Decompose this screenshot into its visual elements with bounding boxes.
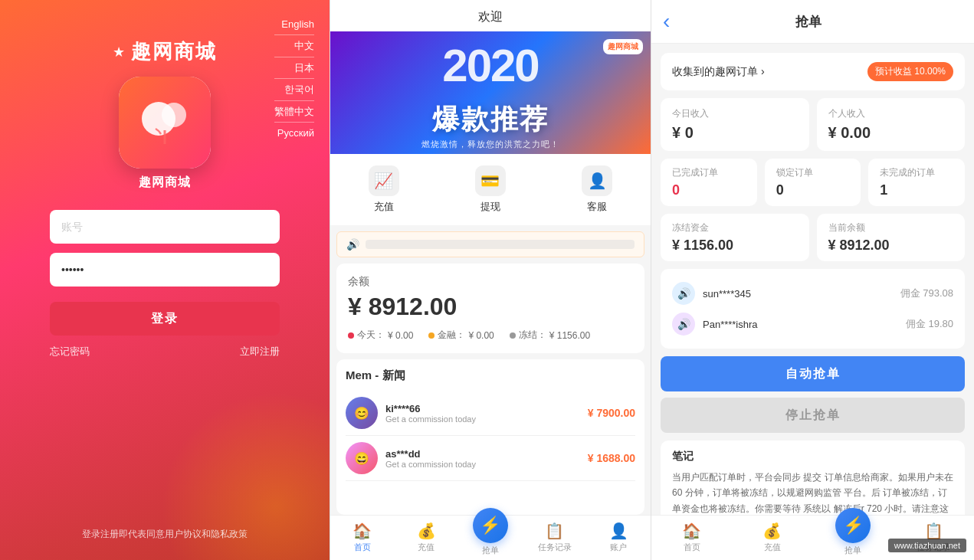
completed-stat: 已完成订单 0 [661,159,757,206]
news-info-2: as***dd Get a commission today [385,448,580,469]
notice-bar: 🔊 [336,231,644,257]
action-recharge[interactable]: 📈 充值 [369,165,399,214]
user-activity: 🔊 sun****345 佣金 793.08 🔊 Pan****ishra 佣金… [661,269,965,349]
balance-card: 余额 ¥ 8912.00 今天： ¥ 0.00 金融： ¥ 0.00 冻结： ¥… [336,264,644,353]
news-username-1: ki****66 [385,403,580,414]
nav-recharge[interactable]: 💰 充值 [395,522,459,556]
banner-main-text: 爆款推荐 [432,101,549,139]
locked-value: 0 [776,182,850,198]
current-balance-value: ¥ 8912.00 [828,237,954,254]
personal-income-value: ¥ 0.00 [828,124,954,142]
balance-amount: ¥ 8912.00 [348,293,633,321]
order-bottom-nav: 🏠 首页 💰 充值 ⚡ 抢单 📋 任务记录 [651,515,974,560]
username-input[interactable] [50,210,280,244]
lang-korean[interactable]: 한국어 [274,80,314,98]
lang-chinese[interactable]: 中文 [274,37,314,54]
recharge-icon: 📈 [369,165,399,196]
news-desc-2: Get a commission today [385,460,580,469]
activity-amount-1: 佣金 793.08 [900,287,953,300]
stop-button[interactable]: 停止抢单 [661,398,965,433]
home-panel: 欢迎 2020 爆款推荐 燃烧激情，释放您的洪荒之力吧！ 趣网商城 📈 充值 💳… [330,0,651,560]
login-button[interactable]: 登录 [50,302,280,336]
brand-title: 趣网商城 [131,38,217,65]
order-nav-grab-btn[interactable]: ⚡ [835,508,871,543]
news-amount-1: ¥ 7900.00 [588,407,635,419]
password-input[interactable] [50,253,280,287]
news-item-1: 😊 ki****66 Get a commission today ¥ 7900… [346,391,635,436]
frozen-tag: 冻结： ¥ 1156.00 [510,329,590,342]
nav-home[interactable]: 🏠 首页 [330,522,395,556]
collect-link[interactable]: 收集到的趣网订单 › [672,65,765,79]
app-icon [119,77,211,169]
personal-income-card: 个人收入 ¥ 0.00 [817,98,966,151]
lang-russian[interactable]: Русский [274,124,314,142]
order-nav-recharge-label: 充值 [764,542,781,553]
today-label: 今天： [357,329,385,342]
nav-tasks[interactable]: 📋 任务记录 [523,522,587,556]
frozen-value: ¥ 1156.00 [549,330,590,341]
action-withdraw[interactable]: 💳 提现 [475,165,506,214]
action-service[interactable]: 👤 客服 [582,165,612,214]
login-form: 登录 忘记密码 立即注册 [50,210,280,359]
service-icon: 👤 [582,165,612,196]
notes-text: 当用户匹配订单时，平台会同步 提交 订单信息给商家。如果用户未在 60 分钟，订… [672,470,953,515]
news-section: Mem - 新闻 😊 ki****66 Get a commission tod… [336,359,644,515]
activity-info-2: Pan****ishra [703,319,898,330]
nav-account-icon: 👤 [609,522,628,540]
order-title: 抢单 [677,13,940,31]
order-stats-row: 已完成订单 0 锁定订单 0 未完成的订单 1 [661,159,965,206]
quick-actions: 📈 充值 💳 提现 👤 客服 [330,154,651,225]
banner-year: 2020 [442,40,538,91]
nav-home-label: 首页 [354,542,371,553]
back-button[interactable]: ‹ [663,9,670,34]
today-value: ¥ 0.00 [388,330,413,341]
action-buttons: 自动抢单 停止抢单 [661,356,965,433]
news-avatar-1: 😊 [346,397,378,429]
brand-star: ★ [113,44,125,61]
login-panel: English 中文 日本 한국어 繁體中文 Русский ★ 趣网商城 [0,0,330,560]
today-dot [348,332,354,339]
nav-grab-btn[interactable]: ⚡ [473,508,508,543]
nav-tasks-label: 任务记录 [538,542,572,553]
recharge-label: 充值 [374,200,394,214]
nav-recharge-label: 充值 [418,542,435,553]
jingong-label: 金融： [438,329,465,342]
frozen-label: 冻结： [519,329,546,342]
activity-name-1: sun****345 [703,288,893,300]
incomplete-stat: 未完成的订单 1 [868,159,965,206]
activity-item-1: 🔊 sun****345 佣金 793.08 [672,278,953,309]
jingong-value: ¥ 0.00 [468,330,494,341]
svg-point-1 [162,103,186,127]
register-link[interactable]: 立即注册 [240,345,280,359]
activity-info-1: sun****345 [703,288,893,300]
balance-card-order: 当前余额 ¥ 8912.00 [817,214,966,261]
withdraw-icon: 💳 [475,165,506,196]
logo-svg [134,92,195,153]
nav-account[interactable]: 👤 账户 [586,522,651,556]
incomplete-value: 1 [880,182,953,198]
collect-row[interactable]: 收集到的趣网订单 › 预计收益 10.00% [661,53,965,90]
order-nav-grab-label: 抢单 [844,545,861,556]
forgot-password-link[interactable]: 忘记密码 [50,345,90,359]
lang-japanese[interactable]: 日本 [274,59,314,77]
nav-grab[interactable]: ⚡ 抢单 [458,522,523,556]
balance-label: 余额 [348,275,633,289]
personal-income-label: 个人收入 [828,107,954,120]
order-nav-home[interactable]: 🏠 首页 [651,522,732,556]
frozen-card: 冻结资金 ¥ 1156.00 [661,214,809,261]
order-nav-grab[interactable]: ⚡ 抢单 [813,522,894,556]
lang-english[interactable]: English [274,15,314,33]
notice-text-blurred [366,240,635,249]
earnings-badge: 预计收益 10.00% [867,62,953,81]
today-income-card: 今日收入 ¥ 0 [661,98,809,151]
nav-grab-label: 抢单 [482,545,499,556]
language-menu: English 中文 日本 한국어 繁體中文 Русский [274,15,314,142]
frozen-funds-label: 冻结资金 [672,221,798,234]
grab-button[interactable]: 自动抢单 [661,356,965,391]
news-amount-2: ¥ 1688.00 [588,452,635,464]
balance-row: 今天： ¥ 0.00 金融： ¥ 0.00 冻结： ¥ 1156.00 [348,329,633,342]
withdraw-label: 提现 [480,200,500,214]
lang-traditional-chinese[interactable]: 繁體中文 [274,103,314,120]
order-nav-recharge[interactable]: 💰 充值 [732,522,812,556]
banner: 2020 爆款推荐 燃烧激情，释放您的洪荒之力吧！ 趣网商城 [330,31,651,154]
